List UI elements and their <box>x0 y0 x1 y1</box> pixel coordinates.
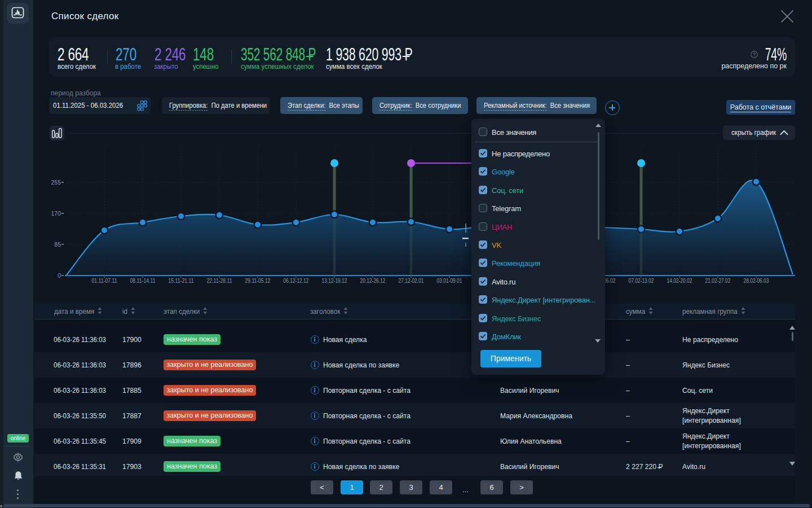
svg-text:29.11-05.12: 29.11-05.12 <box>245 278 271 284</box>
svg-text:13.12-19.12: 13.12-19.12 <box>322 278 347 284</box>
svg-text:170: 170 <box>51 210 61 217</box>
svg-text:22.11-28.11: 22.11-28.11 <box>207 278 232 284</box>
svg-text:03.01-09.01: 03.01-09.01 <box>437 278 462 284</box>
svg-text:28.02-06.03: 28.02-06.03 <box>744 278 769 284</box>
svg-text:20.12-26.12: 20.12-26.12 <box>360 278 386 284</box>
svg-text:08.11-14.11: 08.11-14.11 <box>130 278 156 284</box>
svg-text:27.12-02.01: 27.12-02.01 <box>399 278 424 284</box>
svg-text:0: 0 <box>58 272 61 279</box>
svg-text:21.02-27.02: 21.02-27.02 <box>705 278 731 284</box>
svg-text:06.12-12.12: 06.12-12.12 <box>284 278 309 284</box>
svg-text:14.02-20.02: 14.02-20.02 <box>667 278 692 284</box>
svg-text:15.11-21.11: 15.11-21.11 <box>169 278 194 284</box>
svg-text:255: 255 <box>51 179 61 186</box>
svg-text:07.02-13.02: 07.02-13.02 <box>629 278 654 284</box>
svg-text:01.11-07.11: 01.11-07.11 <box>92 278 117 284</box>
svg-text:85: 85 <box>54 241 61 248</box>
